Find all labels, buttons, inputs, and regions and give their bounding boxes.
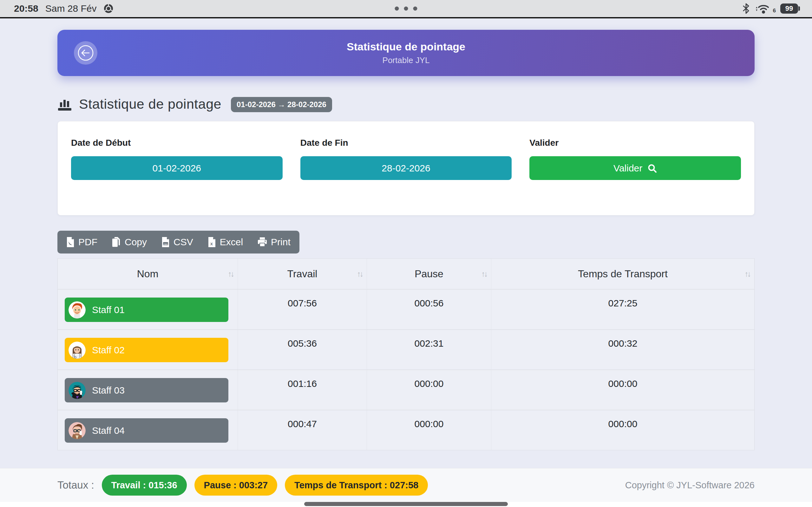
status-date: Sam 28 Fév bbox=[45, 3, 97, 14]
cell-pause: 000:00 bbox=[367, 410, 491, 450]
table-row: Staff 02 005:36 002:31 000:32 bbox=[58, 329, 754, 370]
cell-travail: 005:36 bbox=[238, 330, 367, 370]
staff-name-label: Staff 02 bbox=[92, 345, 125, 355]
file-csv-icon: csv bbox=[161, 237, 170, 247]
copy-icon bbox=[112, 237, 121, 247]
total-travail-badge: Travail : 015:36 bbox=[102, 475, 187, 496]
file-excel-icon: x bbox=[208, 237, 216, 247]
status-time: 20:58 bbox=[14, 3, 38, 14]
total-transport-badge: Temps de Transport : 027:58 bbox=[285, 475, 428, 496]
export-csv-button[interactable]: csv CSV bbox=[161, 237, 193, 247]
valider-button[interactable]: Valider bbox=[529, 156, 741, 180]
cell-travail: 000:47 bbox=[238, 410, 367, 450]
column-header-nom[interactable]: Nom ↑↓ bbox=[58, 259, 238, 289]
search-icon bbox=[647, 164, 657, 173]
start-date-button[interactable]: 01-02-2026 bbox=[71, 156, 283, 180]
home-indicator[interactable] bbox=[304, 502, 508, 506]
column-header-transport[interactable]: Temps de Transport ↑↓ bbox=[491, 259, 754, 289]
table-row: Staff 03 001:16 000:00 000:00 bbox=[58, 370, 754, 410]
column-header-travail[interactable]: Travail ↑↓ bbox=[238, 259, 367, 289]
status-menu-dots[interactable] bbox=[395, 7, 417, 11]
cell-transport: 000:00 bbox=[491, 370, 754, 410]
cell-pause: 000:00 bbox=[367, 370, 491, 410]
export-copy-label: Copy bbox=[125, 237, 147, 247]
export-excel-button[interactable]: x Excel bbox=[208, 237, 243, 247]
table-row: Staff 01 007:56 000:56 027:25 bbox=[58, 289, 754, 329]
sort-icon[interactable]: ↑↓ bbox=[745, 269, 750, 279]
total-pause-badge: Pause : 003:27 bbox=[194, 475, 277, 496]
valider-button-label: Valider bbox=[613, 163, 642, 174]
avatar-staff-02 bbox=[68, 342, 86, 359]
back-arrow-icon bbox=[78, 45, 94, 61]
bar-chart-icon bbox=[57, 97, 72, 111]
cell-travail: 007:56 bbox=[238, 290, 367, 329]
avatar-staff-01 bbox=[68, 301, 86, 319]
page-title: Statistique de pointage bbox=[79, 96, 221, 112]
battery-icon: 99 bbox=[780, 3, 798, 14]
screen: 20:58 Sam 28 Fév bbox=[0, 0, 812, 507]
svg-text:x: x bbox=[210, 241, 213, 246]
print-label: Print bbox=[271, 237, 291, 247]
cell-travail: 001:16 bbox=[238, 370, 367, 410]
date-filter-card: Date de Début 01-02-2026 Date de Fin 28-… bbox=[57, 121, 755, 216]
staff-name-label: Staff 03 bbox=[92, 385, 125, 396]
stats-table: Nom ↑↓ Travail ↑↓ Pause ↑↓ Temps de Tran… bbox=[57, 258, 755, 450]
column-header-pause[interactable]: Pause ↑↓ bbox=[367, 259, 491, 289]
totals-label: Totaux : bbox=[57, 479, 94, 491]
submit-label: Valider bbox=[529, 138, 741, 148]
copyright-text: Copyright © JYL-Software 2026 bbox=[625, 480, 755, 491]
cell-pause: 000:56 bbox=[367, 290, 491, 329]
back-button[interactable] bbox=[74, 41, 97, 65]
cell-transport: 000:00 bbox=[491, 410, 754, 450]
export-csv-label: CSV bbox=[173, 237, 193, 247]
table-row: Staff 04 000:47 000:00 000:00 bbox=[58, 410, 754, 450]
status-bar: 20:58 Sam 28 Fév bbox=[0, 0, 812, 18]
staff-name-label: Staff 01 bbox=[92, 304, 125, 315]
staff-01-button[interactable]: Staff 01 bbox=[65, 297, 229, 322]
avatar-staff-04 bbox=[68, 422, 86, 439]
battery-level: 99 bbox=[785, 4, 793, 13]
end-date-button[interactable]: 28-02-2026 bbox=[300, 156, 512, 180]
banner-title: Statistique de pointage bbox=[347, 41, 465, 53]
cell-pause: 002:31 bbox=[367, 330, 491, 370]
cell-transport: 027:25 bbox=[491, 290, 754, 329]
file-pdf-icon bbox=[66, 237, 74, 247]
staff-02-button[interactable]: Staff 02 bbox=[65, 338, 229, 362]
staff-03-button[interactable]: Staff 03 bbox=[65, 378, 229, 402]
totals-footer: Totaux : Travail : 015:36 Pause : 003:27… bbox=[0, 468, 812, 502]
sort-icon[interactable]: ↑↓ bbox=[228, 269, 233, 279]
avatar-staff-03 bbox=[68, 382, 86, 399]
wifi-band-label: 6 bbox=[773, 8, 776, 14]
svg-text:csv: csv bbox=[163, 243, 168, 245]
app-header-banner: Statistique de pointage Portable JYL bbox=[57, 30, 755, 76]
wifi-icon bbox=[754, 3, 770, 14]
end-date-label: Date de Fin bbox=[300, 138, 512, 148]
start-date-label: Date de Début bbox=[71, 138, 283, 148]
sort-icon[interactable]: ↑↓ bbox=[481, 269, 487, 279]
browser-app-icon bbox=[103, 3, 113, 14]
banner-subtitle: Portable JYL bbox=[383, 55, 430, 65]
export-excel-label: Excel bbox=[220, 237, 243, 247]
print-icon bbox=[258, 237, 267, 247]
staff-name-label: Staff 04 bbox=[92, 425, 125, 436]
export-copy-button[interactable]: Copy bbox=[112, 237, 147, 247]
table-header-row: Nom ↑↓ Travail ↑↓ Pause ↑↓ Temps de Tran… bbox=[58, 259, 754, 289]
cell-transport: 000:32 bbox=[491, 330, 754, 370]
export-pdf-button[interactable]: PDF bbox=[66, 237, 97, 247]
sort-icon[interactable]: ↑↓ bbox=[357, 269, 362, 279]
print-button[interactable]: Print bbox=[258, 237, 291, 247]
bluetooth-icon bbox=[743, 3, 750, 14]
date-range-badge: 01-02-2026 → 28-02-2026 bbox=[231, 97, 332, 112]
staff-04-button[interactable]: Staff 04 bbox=[65, 418, 229, 443]
export-toolbar: PDF Copy csv bbox=[57, 231, 299, 253]
export-pdf-label: PDF bbox=[78, 237, 97, 247]
